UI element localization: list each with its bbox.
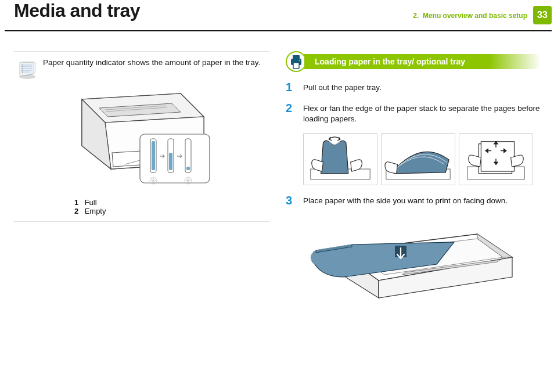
page-title: Media and tray: [14, 0, 140, 21]
svg-rect-21: [481, 141, 514, 171]
step: 2 Flex or fan the edge of the paper stac…: [286, 103, 541, 124]
svg-rect-5: [152, 141, 155, 170]
step-number: 3: [286, 195, 303, 206]
left-column: Paper quantity indicator shows the amoun…: [14, 51, 269, 304]
page-header: Media and tray 2. Menu overview and basi…: [0, 0, 554, 29]
step: 3 Place paper with the side you want to …: [286, 196, 541, 206]
right-column: Loading paper in the tray/ optional tray…: [286, 51, 541, 304]
note-icon: [17, 60, 37, 80]
body-columns: Paper quantity indicator shows the amoun…: [14, 51, 541, 304]
legend-label: Full: [85, 198, 97, 207]
flex-paper-figure: [303, 133, 377, 185]
legend-item: 1 Full: [74, 198, 266, 207]
chapter-number: 2.: [413, 12, 419, 20]
header-rule: [5, 30, 552, 31]
step-text: Flex or fan the edge of the paper stack …: [303, 103, 541, 124]
svg-rect-15: [293, 63, 299, 69]
figure-legend: 1 Full 2 Empty: [74, 198, 266, 215]
legend-label: Empty: [85, 207, 106, 215]
align-paper-figure: [459, 133, 533, 185]
step-text: Pull out the paper tray.: [303, 82, 541, 93]
step-number: 1: [286, 81, 303, 93]
printer-figure: [59, 76, 221, 192]
page-number-badge: 33: [533, 6, 552, 24]
step-number: 2: [286, 102, 303, 124]
steps-list: 1 Pull out the paper tray. 2 Flex or fan…: [286, 82, 541, 304]
svg-rect-9: [186, 167, 190, 170]
breadcrumb: 2. Menu overview and basic setup: [413, 12, 527, 20]
legend-item: 2 Empty: [74, 207, 266, 215]
legend-number: 1: [74, 198, 82, 207]
step: 1 Pull out the paper tray.: [286, 82, 541, 93]
legend-number: 2: [74, 207, 82, 215]
step2-figures: [303, 133, 541, 185]
printer-icon: [286, 51, 307, 72]
chapter-label: Menu overview and basic setup: [423, 12, 527, 20]
svg-rect-14: [293, 55, 300, 59]
tray-figure: [303, 217, 524, 304]
fan-paper-figure: [381, 133, 455, 185]
note-text: Paper quantity indicator shows the amoun…: [43, 57, 266, 68]
svg-rect-7: [169, 153, 172, 170]
section-header: Loading paper in the tray/ optional tray: [286, 51, 541, 72]
svg-point-16: [299, 60, 301, 62]
section-title: Loading paper in the tray/ optional tray: [304, 54, 541, 69]
note-box: Paper quantity indicator shows the amoun…: [14, 51, 269, 222]
step-text: Place paper with the side you want to pr…: [303, 196, 541, 206]
